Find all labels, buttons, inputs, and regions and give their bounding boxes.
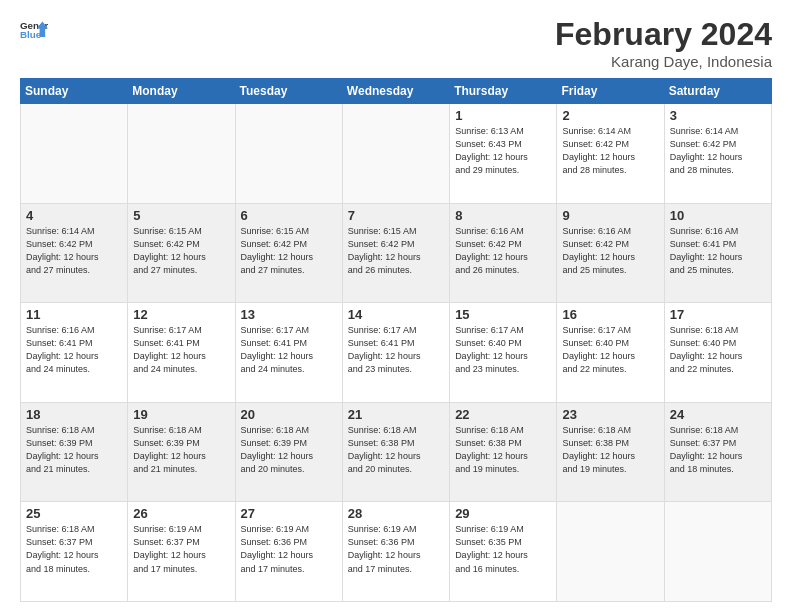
day-info: Sunrise: 6:16 AM Sunset: 6:42 PM Dayligh… (455, 225, 551, 277)
day-info: Sunrise: 6:17 AM Sunset: 6:40 PM Dayligh… (455, 324, 551, 376)
calendar-cell: 13Sunrise: 6:17 AM Sunset: 6:41 PM Dayli… (235, 303, 342, 403)
calendar-row-2: 11Sunrise: 6:16 AM Sunset: 6:41 PM Dayli… (21, 303, 772, 403)
day-number: 17 (670, 307, 766, 322)
day-number: 10 (670, 208, 766, 223)
calendar-cell: 11Sunrise: 6:16 AM Sunset: 6:41 PM Dayli… (21, 303, 128, 403)
day-info: Sunrise: 6:14 AM Sunset: 6:42 PM Dayligh… (562, 125, 658, 177)
calendar-cell: 2Sunrise: 6:14 AM Sunset: 6:42 PM Daylig… (557, 104, 664, 204)
calendar-cell: 19Sunrise: 6:18 AM Sunset: 6:39 PM Dayli… (128, 402, 235, 502)
calendar-cell: 21Sunrise: 6:18 AM Sunset: 6:38 PM Dayli… (342, 402, 449, 502)
day-info: Sunrise: 6:18 AM Sunset: 6:38 PM Dayligh… (562, 424, 658, 476)
day-info: Sunrise: 6:19 AM Sunset: 6:37 PM Dayligh… (133, 523, 229, 575)
day-number: 14 (348, 307, 444, 322)
title-block: February 2024 Karang Daye, Indonesia (555, 16, 772, 70)
day-number: 2 (562, 108, 658, 123)
day-number: 29 (455, 506, 551, 521)
day-number: 19 (133, 407, 229, 422)
weekday-header-saturday: Saturday (664, 79, 771, 104)
day-number: 20 (241, 407, 337, 422)
weekday-header-monday: Monday (128, 79, 235, 104)
day-number: 22 (455, 407, 551, 422)
weekday-header-thursday: Thursday (450, 79, 557, 104)
day-info: Sunrise: 6:19 AM Sunset: 6:35 PM Dayligh… (455, 523, 551, 575)
calendar-cell: 1Sunrise: 6:13 AM Sunset: 6:43 PM Daylig… (450, 104, 557, 204)
day-number: 9 (562, 208, 658, 223)
weekday-header-tuesday: Tuesday (235, 79, 342, 104)
day-info: Sunrise: 6:18 AM Sunset: 6:37 PM Dayligh… (670, 424, 766, 476)
day-info: Sunrise: 6:16 AM Sunset: 6:41 PM Dayligh… (670, 225, 766, 277)
day-number: 15 (455, 307, 551, 322)
calendar-cell (664, 502, 771, 602)
day-number: 12 (133, 307, 229, 322)
day-info: Sunrise: 6:19 AM Sunset: 6:36 PM Dayligh… (348, 523, 444, 575)
day-info: Sunrise: 6:13 AM Sunset: 6:43 PM Dayligh… (455, 125, 551, 177)
calendar-cell: 14Sunrise: 6:17 AM Sunset: 6:41 PM Dayli… (342, 303, 449, 403)
day-info: Sunrise: 6:18 AM Sunset: 6:39 PM Dayligh… (26, 424, 122, 476)
calendar-cell: 8Sunrise: 6:16 AM Sunset: 6:42 PM Daylig… (450, 203, 557, 303)
calendar-cell: 10Sunrise: 6:16 AM Sunset: 6:41 PM Dayli… (664, 203, 771, 303)
calendar-cell: 17Sunrise: 6:18 AM Sunset: 6:40 PM Dayli… (664, 303, 771, 403)
day-number: 4 (26, 208, 122, 223)
header: General Blue February 2024 Karang Daye, … (20, 16, 772, 70)
day-info: Sunrise: 6:17 AM Sunset: 6:41 PM Dayligh… (241, 324, 337, 376)
calendar-cell: 26Sunrise: 6:19 AM Sunset: 6:37 PM Dayli… (128, 502, 235, 602)
day-info: Sunrise: 6:17 AM Sunset: 6:41 PM Dayligh… (133, 324, 229, 376)
calendar-cell: 12Sunrise: 6:17 AM Sunset: 6:41 PM Dayli… (128, 303, 235, 403)
calendar-cell: 29Sunrise: 6:19 AM Sunset: 6:35 PM Dayli… (450, 502, 557, 602)
day-number: 11 (26, 307, 122, 322)
calendar-cell: 6Sunrise: 6:15 AM Sunset: 6:42 PM Daylig… (235, 203, 342, 303)
day-info: Sunrise: 6:15 AM Sunset: 6:42 PM Dayligh… (133, 225, 229, 277)
day-info: Sunrise: 6:18 AM Sunset: 6:38 PM Dayligh… (348, 424, 444, 476)
day-info: Sunrise: 6:18 AM Sunset: 6:39 PM Dayligh… (133, 424, 229, 476)
day-number: 25 (26, 506, 122, 521)
calendar-table: SundayMondayTuesdayWednesdayThursdayFrid… (20, 78, 772, 602)
day-number: 1 (455, 108, 551, 123)
calendar-row-0: 1Sunrise: 6:13 AM Sunset: 6:43 PM Daylig… (21, 104, 772, 204)
day-number: 6 (241, 208, 337, 223)
day-number: 23 (562, 407, 658, 422)
calendar-cell: 3Sunrise: 6:14 AM Sunset: 6:42 PM Daylig… (664, 104, 771, 204)
day-number: 26 (133, 506, 229, 521)
day-info: Sunrise: 6:17 AM Sunset: 6:40 PM Dayligh… (562, 324, 658, 376)
day-number: 27 (241, 506, 337, 521)
day-info: Sunrise: 6:16 AM Sunset: 6:41 PM Dayligh… (26, 324, 122, 376)
calendar-cell: 28Sunrise: 6:19 AM Sunset: 6:36 PM Dayli… (342, 502, 449, 602)
day-info: Sunrise: 6:14 AM Sunset: 6:42 PM Dayligh… (26, 225, 122, 277)
calendar-cell: 18Sunrise: 6:18 AM Sunset: 6:39 PM Dayli… (21, 402, 128, 502)
calendar-cell: 22Sunrise: 6:18 AM Sunset: 6:38 PM Dayli… (450, 402, 557, 502)
day-number: 24 (670, 407, 766, 422)
calendar-cell: 5Sunrise: 6:15 AM Sunset: 6:42 PM Daylig… (128, 203, 235, 303)
day-number: 5 (133, 208, 229, 223)
logo-icon: General Blue (20, 16, 48, 44)
weekday-header-wednesday: Wednesday (342, 79, 449, 104)
calendar-cell: 4Sunrise: 6:14 AM Sunset: 6:42 PM Daylig… (21, 203, 128, 303)
day-number: 18 (26, 407, 122, 422)
day-info: Sunrise: 6:15 AM Sunset: 6:42 PM Dayligh… (348, 225, 444, 277)
weekday-header-row: SundayMondayTuesdayWednesdayThursdayFrid… (21, 79, 772, 104)
calendar-cell: 23Sunrise: 6:18 AM Sunset: 6:38 PM Dayli… (557, 402, 664, 502)
day-number: 16 (562, 307, 658, 322)
day-info: Sunrise: 6:14 AM Sunset: 6:42 PM Dayligh… (670, 125, 766, 177)
calendar-cell: 24Sunrise: 6:18 AM Sunset: 6:37 PM Dayli… (664, 402, 771, 502)
calendar-cell: 7Sunrise: 6:15 AM Sunset: 6:42 PM Daylig… (342, 203, 449, 303)
calendar-cell: 20Sunrise: 6:18 AM Sunset: 6:39 PM Dayli… (235, 402, 342, 502)
day-info: Sunrise: 6:17 AM Sunset: 6:41 PM Dayligh… (348, 324, 444, 376)
day-info: Sunrise: 6:18 AM Sunset: 6:40 PM Dayligh… (670, 324, 766, 376)
day-info: Sunrise: 6:18 AM Sunset: 6:39 PM Dayligh… (241, 424, 337, 476)
calendar-row-1: 4Sunrise: 6:14 AM Sunset: 6:42 PM Daylig… (21, 203, 772, 303)
calendar-cell (128, 104, 235, 204)
calendar-cell: 25Sunrise: 6:18 AM Sunset: 6:37 PM Dayli… (21, 502, 128, 602)
day-number: 28 (348, 506, 444, 521)
calendar-cell (21, 104, 128, 204)
calendar-cell: 15Sunrise: 6:17 AM Sunset: 6:40 PM Dayli… (450, 303, 557, 403)
day-info: Sunrise: 6:19 AM Sunset: 6:36 PM Dayligh… (241, 523, 337, 575)
month-title: February 2024 (555, 16, 772, 53)
day-number: 7 (348, 208, 444, 223)
day-number: 21 (348, 407, 444, 422)
calendar-cell (235, 104, 342, 204)
logo: General Blue (20, 16, 48, 44)
calendar-cell: 9Sunrise: 6:16 AM Sunset: 6:42 PM Daylig… (557, 203, 664, 303)
calendar-cell (342, 104, 449, 204)
calendar-cell: 27Sunrise: 6:19 AM Sunset: 6:36 PM Dayli… (235, 502, 342, 602)
weekday-header-friday: Friday (557, 79, 664, 104)
